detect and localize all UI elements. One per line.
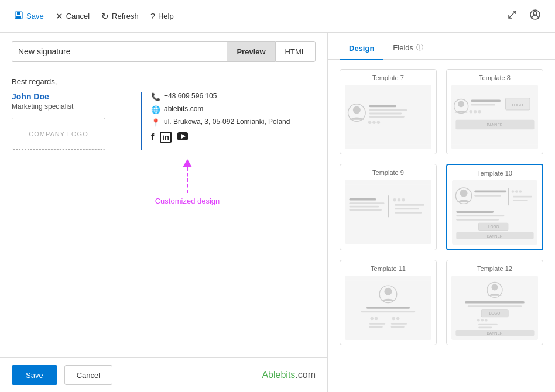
svg-point-68 xyxy=(392,317,395,321)
svg-point-51 xyxy=(519,190,522,193)
svg-rect-12 xyxy=(369,105,396,108)
contact-address-item: 📍 ul. Brukowa, 3, 05-092 Łomianki, Polan… xyxy=(151,118,316,127)
fields-info-icon: ⓘ xyxy=(416,43,423,53)
left-panel: Preview HTML Best regards, John Doe Mark… xyxy=(0,33,328,392)
save-button[interactable]: Save xyxy=(9,8,49,25)
svg-rect-14 xyxy=(369,113,402,115)
location-icon: 📍 xyxy=(151,118,160,127)
svg-point-66 xyxy=(370,317,374,321)
svg-rect-1 xyxy=(17,12,20,15)
svg-point-6 xyxy=(533,12,537,15)
template-12-label: Template 12 xyxy=(451,265,538,272)
svg-point-50 xyxy=(515,190,518,193)
svg-line-3 xyxy=(512,11,516,15)
svg-point-81 xyxy=(477,319,480,322)
bottom-bar: Save Cancel Ablebits.com xyxy=(0,357,327,392)
save-icon xyxy=(14,11,23,22)
tab-design[interactable]: Design xyxy=(340,38,383,60)
save-label: Save xyxy=(26,12,44,20)
refresh-button[interactable]: ↻ Refresh xyxy=(97,8,143,25)
svg-point-45 xyxy=(460,190,468,197)
sig-right-col: 📞 +48 609 596 105 🌐 ablebits.com 📍 ul. B… xyxy=(151,92,316,150)
svg-point-27 xyxy=(474,110,477,114)
preview-button[interactable]: Preview xyxy=(227,41,275,62)
svg-rect-72 xyxy=(369,326,383,328)
html-button[interactable]: HTML xyxy=(275,41,316,62)
refresh-icon: ↻ xyxy=(101,11,109,22)
svg-rect-55 xyxy=(456,215,504,217)
svg-rect-48 xyxy=(508,188,509,205)
contact-phone-text: +48 609 596 105 xyxy=(164,92,217,100)
template-7-label: Template 7 xyxy=(345,74,431,81)
signature-preview-area: Best regards, John Doe Marketing special… xyxy=(0,68,327,357)
svg-rect-32 xyxy=(349,198,376,201)
svg-line-4 xyxy=(509,15,512,18)
template-card-10[interactable]: Template 10 xyxy=(446,164,543,250)
person-title: Marketing specialist xyxy=(12,102,131,111)
template-card-9[interactable]: Template 9 xyxy=(340,164,437,250)
svg-point-18 xyxy=(377,121,381,124)
signature-name-row: Preview HTML xyxy=(0,33,327,68)
svg-rect-64 xyxy=(366,307,410,309)
svg-text:LOGO: LOGO xyxy=(489,311,501,315)
account-button[interactable] xyxy=(525,6,546,26)
bottom-save-button[interactable]: Save xyxy=(12,365,57,385)
svg-text:LOGO: LOGO xyxy=(488,225,499,229)
brand-suffix: .com xyxy=(295,370,316,380)
customized-arrow-up xyxy=(183,159,192,193)
svg-rect-77 xyxy=(465,301,525,304)
template-11-thumb xyxy=(345,276,431,340)
svg-rect-46 xyxy=(474,191,506,193)
svg-rect-2 xyxy=(16,16,21,19)
tab-design-label: Design xyxy=(349,44,374,53)
svg-rect-65 xyxy=(361,311,416,313)
template-10-thumb: LOGO BANNER xyxy=(452,180,537,245)
svg-text:LOGO: LOGO xyxy=(512,103,523,107)
social-links: f in xyxy=(151,132,316,143)
svg-point-39 xyxy=(402,198,405,202)
template-card-11[interactable]: Template 11 xyxy=(340,260,437,345)
svg-rect-15 xyxy=(369,116,405,118)
help-label: Help xyxy=(158,12,174,20)
svg-text:BANNER: BANNER xyxy=(487,123,503,127)
template-12-thumb: LOGO BANNER xyxy=(451,276,538,340)
tab-fields[interactable]: Fields ⓘ xyxy=(383,37,433,60)
customized-design-label: Customized design xyxy=(155,197,220,205)
svg-text:BANNER: BANNER xyxy=(487,331,503,335)
signature-name-input[interactable] xyxy=(12,41,227,62)
linkedin-icon[interactable]: in xyxy=(160,132,172,143)
right-panel: Design Fields ⓘ Template 7 xyxy=(328,33,555,392)
svg-point-69 xyxy=(396,317,400,321)
svg-rect-53 xyxy=(513,200,528,201)
help-button[interactable]: ? Help xyxy=(146,8,179,24)
expand-button[interactable] xyxy=(502,6,522,26)
tabs-row: Design Fields ⓘ xyxy=(328,33,555,60)
templates-grid: Template 7 xyxy=(328,60,555,355)
svg-point-82 xyxy=(481,319,484,322)
svg-point-11 xyxy=(353,106,361,114)
template-7-thumb xyxy=(345,85,431,149)
sig-divider xyxy=(141,92,142,150)
contact-address-text: ul. Brukowa, 3, 05-092 Łomianki, Poland xyxy=(164,118,290,126)
contact-phone-item: 📞 +48 609 596 105 xyxy=(151,92,316,101)
logo-placeholder-text: COMPANY LOGO xyxy=(29,130,88,137)
svg-rect-23 xyxy=(471,104,495,106)
contact-web-item: 🌐 ablebits.com xyxy=(151,105,316,114)
template-card-8[interactable]: Template 8 LOGO xyxy=(446,69,543,154)
svg-point-63 xyxy=(385,288,392,295)
svg-point-83 xyxy=(485,319,488,322)
template-10-label: Template 10 xyxy=(452,170,537,177)
template-11-label: Template 11 xyxy=(345,265,431,272)
template-card-12[interactable]: Template 12 LOGO xyxy=(446,260,543,345)
sig-left-col: John Doe Marketing specialist COMPANY LO… xyxy=(12,92,141,150)
template-card-7[interactable]: Template 7 xyxy=(340,69,437,154)
facebook-icon[interactable]: f xyxy=(151,132,154,143)
bottom-cancel-button[interactable]: Cancel xyxy=(64,365,112,385)
svg-point-67 xyxy=(375,317,378,321)
svg-rect-85 xyxy=(478,326,492,328)
svg-rect-47 xyxy=(474,195,501,197)
youtube-icon[interactable] xyxy=(177,132,188,142)
svg-point-76 xyxy=(491,284,498,290)
brand-text: Ablebits xyxy=(262,370,295,380)
cancel-button[interactable]: ✕ Cancel xyxy=(51,8,94,25)
